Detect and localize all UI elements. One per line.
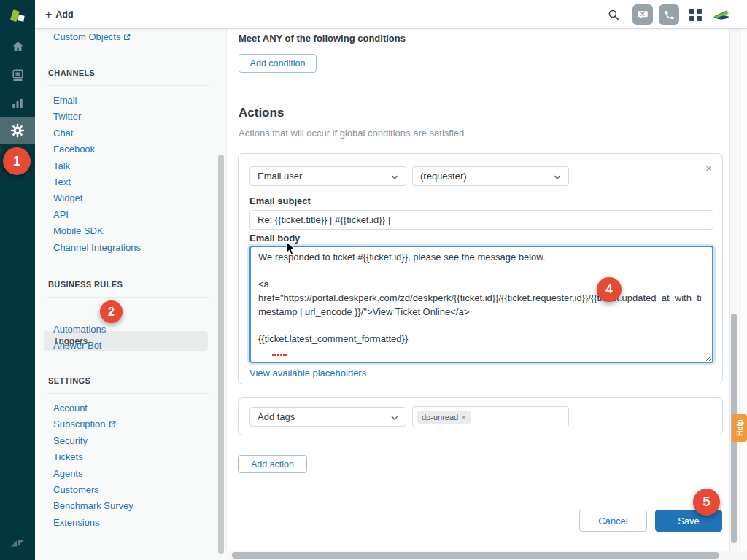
tags-action-value: Add tags <box>258 411 295 422</box>
divider <box>47 393 209 394</box>
sidebar-item-answer-bot[interactable]: Answer Bot <box>53 338 106 354</box>
window-scrollbar-gutter <box>739 29 747 560</box>
sidebar-item-twitter[interactable]: Twitter <box>53 109 141 125</box>
add-button-label: Add <box>55 9 73 20</box>
search-icon[interactable] <box>607 8 621 22</box>
sidebar-item-mobile-sdk[interactable]: Mobile SDK <box>53 223 141 239</box>
product-rail <box>0 0 35 560</box>
remove-action-button[interactable]: × <box>705 163 712 174</box>
external-link-icon <box>123 32 131 43</box>
rail-home-button[interactable] <box>0 33 35 61</box>
talk-app-button[interactable] <box>659 4 679 25</box>
section-header-channels: CHANNELS <box>48 69 95 77</box>
horizontal-scrollbar-thumb[interactable] <box>232 552 719 559</box>
tag-remove-icon[interactable]: × <box>461 413 465 421</box>
zendesk-product-logo[interactable] <box>0 6 35 28</box>
view-placeholders-link[interactable]: View available placeholders <box>249 368 366 378</box>
sidebar-item-text[interactable]: Text <box>53 174 141 190</box>
step-badge-5: 5 <box>693 489 720 516</box>
chevron-down-icon <box>391 411 398 422</box>
tag-chip-label: dp-unread <box>422 413 458 421</box>
chevron-down-icon <box>554 171 561 182</box>
settings-list: Account Subscription Security Tickets Ag… <box>53 400 133 531</box>
sidebar-item-subscription[interactable]: Subscription <box>53 416 133 432</box>
action-target-value: (requester) <box>420 171 467 182</box>
custom-objects-label: Custom Objects <box>53 31 120 42</box>
email-subject-label: Email subject <box>249 195 311 206</box>
actions-section-title: Actions <box>239 106 284 120</box>
action-target-select[interactable]: (requester) <box>412 166 569 186</box>
tags-action-select[interactable]: Add tags <box>249 407 406 427</box>
channels-list: Email Twitter Chat Facebook Talk Text Wi… <box>53 93 141 256</box>
email-body-textarea[interactable]: We responded to ticket #{{ticket.id}}, p… <box>249 246 713 363</box>
divider <box>47 297 209 298</box>
sidebar-item-tickets[interactable]: Tickets <box>53 449 133 465</box>
tag-chip-dp-unread: dp-unread × <box>417 411 471 424</box>
help-tab[interactable]: Help <box>732 414 747 442</box>
sidebar-item-agents[interactable]: Agents <box>53 466 133 482</box>
sidebar-item-widget[interactable]: Widget <box>53 190 141 206</box>
sidebar-item-automations[interactable]: Automations <box>53 322 106 338</box>
sidebar-item-api[interactable]: API <box>53 207 141 223</box>
spellcheck-underline <box>272 354 287 356</box>
add-condition-button[interactable]: Add condition <box>239 54 317 73</box>
chevron-down-icon <box>391 171 398 182</box>
home-icon <box>11 40 25 53</box>
chat-dismiss-icon <box>637 9 649 20</box>
action-type-value: Email user <box>258 171 302 182</box>
subscription-label: Subscription <box>53 419 106 429</box>
rail-guide-button[interactable] <box>0 61 35 89</box>
support-logo-icon <box>8 8 27 26</box>
step-badge-4: 4 <box>597 277 622 302</box>
sidebar-item-channel-integrations[interactable]: Channel Integrations <box>53 240 141 256</box>
sidebar-item-talk[interactable]: Talk <box>53 158 141 174</box>
conditions-section-title: Meet ANY of the following conditions <box>239 33 406 44</box>
rail-settings-button[interactable] <box>0 117 35 144</box>
chat-app-button[interactable] <box>632 4 653 25</box>
plus-icon: + <box>45 9 52 20</box>
sidebar-item-custom-objects[interactable]: Custom Objects <box>53 31 131 43</box>
action-type-select[interactable]: Email user <box>249 166 406 186</box>
sidebar-item-facebook[interactable]: Facebook <box>53 141 141 158</box>
actions-section-subtitle: Actions that will occur if global condit… <box>239 128 464 139</box>
sidebar-item-chat[interactable]: Chat <box>53 125 141 141</box>
sidebar-item-security[interactable]: Security <box>53 433 133 449</box>
cancel-button[interactable]: Cancel <box>579 510 647 532</box>
top-bar: + Add <box>35 0 747 29</box>
sidebar-item-email[interactable]: Email <box>53 93 141 109</box>
external-link-icon <box>109 417 116 433</box>
mouse-cursor <box>286 241 296 256</box>
section-header-settings: SETTINGS <box>48 376 90 385</box>
bar-chart-icon <box>11 97 24 110</box>
apps-grid-icon[interactable] <box>689 9 702 21</box>
sidebar-item-benchmark-survey[interactable]: Benchmark Survey <box>53 498 133 514</box>
sidebar-item-extensions[interactable]: Extensions <box>53 515 133 531</box>
email-subject-input[interactable] <box>249 210 713 230</box>
phone-icon <box>664 9 675 20</box>
zendesk-logomark <box>0 529 35 557</box>
tags-input-field[interactable]: dp-unread × <box>412 406 569 427</box>
add-button[interactable]: + Add <box>45 9 74 20</box>
action-card-add-tags: Add tags dp-unread × <box>238 397 723 435</box>
divider <box>47 85 209 86</box>
action-card-email-user: Email user (requester) × Email subject E… <box>238 153 723 384</box>
sidebar-scrollbar[interactable] <box>218 155 224 554</box>
sidebar-item-customers[interactable]: Customers <box>53 482 133 498</box>
settings-sidebar: Custom Objects CHANNELS Email Twitter Ch… <box>35 29 226 560</box>
sidebar-item-account[interactable]: Account <box>53 400 133 416</box>
account-product-avatar[interactable] <box>712 7 731 23</box>
add-action-button[interactable]: Add action <box>238 455 307 473</box>
step-badge-2: 2 <box>100 300 123 323</box>
divider <box>239 483 723 483</box>
gear-icon <box>10 123 25 138</box>
step-badge-1: 1 <box>3 147 31 175</box>
zendesk-z-icon <box>9 536 26 551</box>
section-header-business-rules: BUSINESS RULES <box>48 280 123 289</box>
rail-reporting-button[interactable] <box>0 90 35 117</box>
business-rules-list: Automations Answer Bot <box>53 322 106 354</box>
guide-icon <box>11 69 25 82</box>
divider <box>239 90 723 90</box>
trigger-editor-panel: Meet ANY of the following conditions Add… <box>226 29 729 551</box>
